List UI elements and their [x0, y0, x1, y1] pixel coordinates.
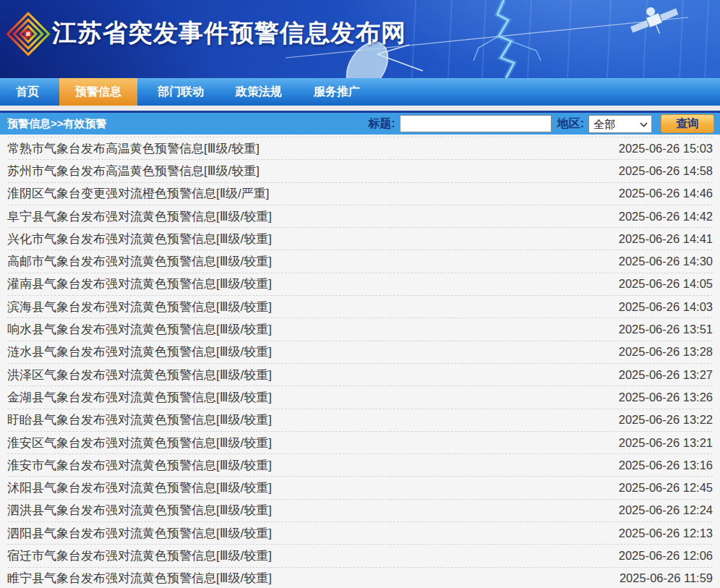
- title-filter-label: 标题:: [368, 116, 395, 132]
- list-item: 洪泽区气象台发布强对流黄色预警信息[Ⅲ级/较重]2025-06-26 13:27: [7, 363, 713, 385]
- breadcrumb: 预警信息>>有效预警: [7, 117, 107, 131]
- warning-title-link[interactable]: 常熟市气象台发布高温黄色预警信息[Ⅲ级/较重]: [7, 140, 260, 157]
- nav-item-policy-regulations[interactable]: 政策法规: [224, 78, 293, 106]
- list-item: 淮阴区气象台变更强对流橙色预警信息[Ⅱ级/严重]2025-06-26 14:46: [7, 182, 713, 205]
- warning-title-link[interactable]: 淮安区气象台发布强对流黄色预警信息[Ⅲ级/较重]: [7, 435, 272, 451]
- title-search-input[interactable]: [400, 115, 552, 132]
- rain-streaks-icon: [412, 0, 708, 78]
- list-item: 淮安区气象台发布强对流黄色预警信息[Ⅲ级/较重]2025-06-26 13:21: [7, 431, 713, 453]
- warning-time: 2025-06-26 14:05: [619, 277, 713, 291]
- warning-time: 2025-06-26 14:46: [619, 187, 713, 200]
- svg-text:蘇: 蘇: [25, 31, 31, 36]
- warning-title-link[interactable]: 洪泽区气象台发布强对流黄色预警信息[Ⅲ级/较重]: [7, 367, 272, 383]
- list-item: 高邮市气象台发布强对流黄色预警信息[Ⅲ级/较重]2025-06-26 14:30: [7, 250, 713, 272]
- warning-title-link[interactable]: 泗洪县气象台发布强对流黄色预警信息[Ⅲ级/较重]: [7, 502, 272, 519]
- site-logo-icon: 蘇: [6, 11, 51, 57]
- list-item: 滨海县气象台发布强对流黄色预警信息[Ⅲ级/较重]2025-06-26 14:03: [7, 295, 713, 318]
- warning-time: 2025-06-26 12:24: [619, 503, 713, 517]
- filter-bar: 预警信息>>有效预警 标题: 地区: 全部 查询: [0, 111, 720, 135]
- warning-title-link[interactable]: 阜宁县气象台发布强对流黄色预警信息[Ⅲ级/较重]: [7, 208, 272, 225]
- warning-time: 2025-06-26 13:26: [619, 391, 713, 404]
- list-item: 盱眙县气象台发布强对流黄色预警信息[Ⅲ级/较重]2025-06-26 13:22: [7, 409, 713, 431]
- list-item: 响水县气象台发布强对流黄色预警信息[Ⅲ级/较重]2025-06-26 13:51: [7, 318, 713, 340]
- main-nav: 首页预警信息部门联动政策法规服务推广: [0, 78, 720, 106]
- search-button[interactable]: 查询: [661, 114, 714, 133]
- warning-title-link[interactable]: 响水县气象台发布强对流黄色预警信息[Ⅲ级/较重]: [7, 321, 272, 338]
- warning-time: 2025-06-26 13:28: [619, 345, 713, 359]
- site-header: 蘇 江苏省突发事件预警信息发布网: [0, 0, 720, 78]
- warning-time: 2025-06-26 12:45: [619, 481, 713, 495]
- warning-title-link[interactable]: 灌南县气象台发布强对流黄色预警信息[Ⅲ级/较重]: [7, 276, 272, 292]
- list-item: 兴化市气象台发布强对流黄色预警信息[Ⅲ级/较重]2025-06-26 14:41: [7, 227, 713, 250]
- warning-title-link[interactable]: 沭阳县气象台发布强对流黄色预警信息[Ⅲ级/较重]: [7, 480, 272, 496]
- list-item: 泗阳县气象台发布强对流黄色预警信息[Ⅲ级/较重]2025-06-26 12:13: [7, 521, 713, 544]
- warning-title-link[interactable]: 泗阳县气象台发布强对流黄色预警信息[Ⅲ级/较重]: [7, 525, 272, 542]
- warning-time: 2025-06-26 14:58: [619, 164, 713, 178]
- region-filter-label: 地区:: [557, 116, 584, 132]
- list-item: 沭阳县气象台发布强对流黄色预警信息[Ⅲ级/较重]2025-06-26 12:45: [7, 476, 713, 498]
- list-item: 睢宁县气象台发布强对流黄色预警信息[Ⅲ级/较重]2025-06-26 11:59: [7, 567, 713, 588]
- list-item: 宿迁市气象台发布强对流黄色预警信息[Ⅲ级/较重]2025-06-26 12:06: [7, 544, 713, 566]
- warning-title-link[interactable]: 宿迁市气象台发布强对流黄色预警信息[Ⅲ级/较重]: [7, 547, 272, 564]
- list-item: 淮安市气象台发布强对流黄色预警信息[Ⅲ级/较重]2025-06-26 13:16: [7, 453, 713, 476]
- warning-time: 2025-06-26 14:03: [619, 300, 713, 314]
- warning-time: 2025-06-26 13:27: [619, 368, 713, 382]
- list-item: 苏州市气象台发布高温黄色预警信息[Ⅲ级/较重]2025-06-26 14:58: [7, 159, 713, 182]
- warning-title-link[interactable]: 盱眙县气象台发布强对流黄色预警信息[Ⅲ级/较重]: [7, 412, 272, 428]
- warning-list: 常熟市气象台发布高温黄色预警信息[Ⅲ级/较重]2025-06-26 15:03苏…: [0, 135, 720, 588]
- warning-title-link[interactable]: 淮阴区气象台变更强对流橙色预警信息[Ⅱ级/严重]: [7, 185, 270, 202]
- list-item: 阜宁县气象台发布强对流黄色预警信息[Ⅲ级/较重]2025-06-26 14:42: [7, 205, 713, 227]
- nav-item-department-linkage[interactable]: 部门联动: [146, 78, 215, 106]
- nav-item-home[interactable]: 首页: [4, 78, 51, 106]
- warning-title-link[interactable]: 高邮市气象台发布强对流黄色预警信息[Ⅲ级/较重]: [7, 253, 272, 270]
- warning-time: 2025-06-26 13:21: [619, 436, 713, 450]
- warning-time: 2025-06-26 14:42: [619, 210, 713, 223]
- warning-time: 2025-06-26 14:41: [619, 232, 713, 246]
- nav-item-service-promotion[interactable]: 服务推广: [302, 78, 372, 106]
- warning-title-link[interactable]: 金湖县气象台发布强对流黄色预警信息[Ⅲ级/较重]: [7, 389, 272, 406]
- warning-time: 2025-06-26 13:16: [619, 459, 713, 472]
- warning-title-link[interactable]: 睢宁县气象台发布强对流黄色预警信息[Ⅲ级/较重]: [7, 570, 272, 587]
- warning-time: 2025-06-26 11:59: [620, 571, 713, 585]
- warning-time: 2025-06-26 12:06: [619, 549, 713, 563]
- list-item: 泗洪县气象台发布强对流黄色预警信息[Ⅲ级/较重]2025-06-26 12:24: [7, 499, 713, 521]
- warning-time: 2025-06-26 15:03: [619, 142, 713, 155]
- page-title: 江苏省突发事件预警信息发布网: [52, 17, 406, 50]
- nav-divider: [0, 106, 720, 111]
- warning-title-link[interactable]: 淮安市气象台发布强对流黄色预警信息[Ⅲ级/较重]: [7, 457, 272, 474]
- warning-title-link[interactable]: 兴化市气象台发布强对流黄色预警信息[Ⅲ级/较重]: [7, 231, 272, 247]
- warning-time: 2025-06-26 12:13: [619, 527, 713, 540]
- warning-time: 2025-06-26 13:51: [619, 323, 713, 336]
- warning-time: 2025-06-26 14:30: [619, 255, 713, 268]
- nav-item-warning-info[interactable]: 预警信息: [59, 78, 137, 106]
- warning-time: 2025-06-26 13:22: [619, 413, 713, 427]
- satellite-icon: [626, 0, 682, 43]
- lightning-icon: [473, 0, 541, 78]
- warning-title-link[interactable]: 滨海县气象台发布强对流黄色预警信息[Ⅲ级/较重]: [7, 299, 272, 315]
- region-select-wrap: 全部: [588, 115, 652, 133]
- list-item: 金湖县气象台发布强对流黄色预警信息[Ⅲ级/较重]2025-06-26 13:26: [7, 385, 713, 408]
- filter-controls: 标题: 地区: 全部 查询: [368, 114, 714, 133]
- region-select[interactable]: 全部: [588, 115, 652, 133]
- warning-title-link[interactable]: 苏州市气象台发布高温黄色预警信息[Ⅲ级/较重]: [7, 163, 260, 179]
- list-item: 常熟市气象台发布高温黄色预警信息[Ⅲ级/较重]2025-06-26 15:03: [7, 137, 713, 159]
- warning-title-link[interactable]: 涟水县气象台发布强对流黄色预警信息[Ⅲ级/较重]: [7, 344, 272, 360]
- list-item: 涟水县气象台发布强对流黄色预警信息[Ⅲ级/较重]2025-06-26 13:28: [7, 341, 713, 363]
- list-item: 灌南县气象台发布强对流黄色预警信息[Ⅲ级/较重]2025-06-26 14:05: [7, 273, 713, 295]
